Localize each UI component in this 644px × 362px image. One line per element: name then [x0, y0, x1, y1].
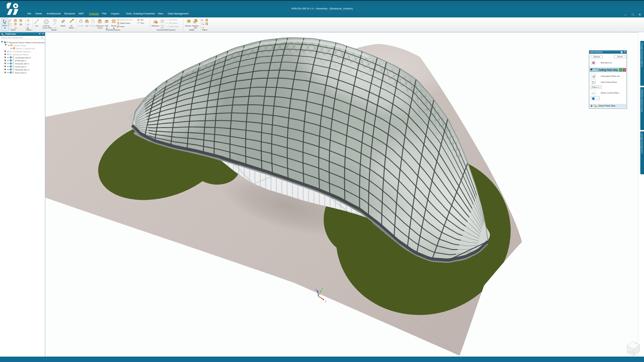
svg-text:?: ?: [621, 51, 622, 53]
